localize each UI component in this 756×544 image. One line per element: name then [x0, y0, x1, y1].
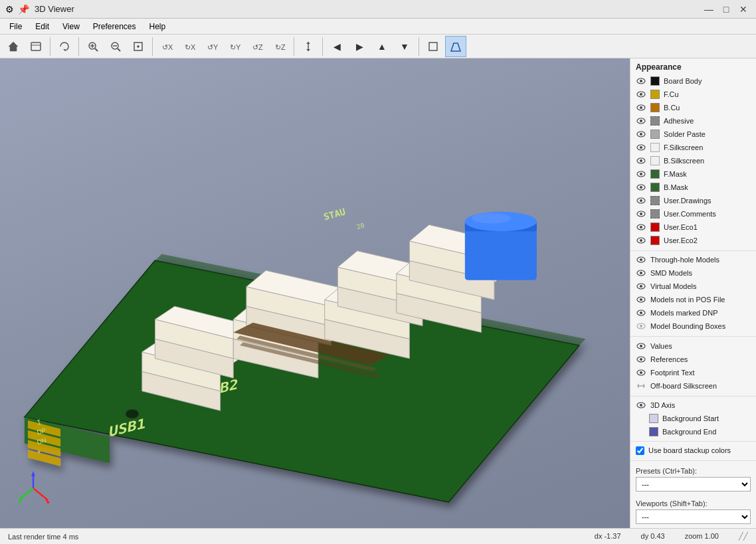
eye-bmask-icon[interactable]	[636, 182, 646, 193]
ortho-button[interactable]	[423, 36, 444, 57]
color-background-end[interactable]	[649, 427, 658, 436]
layer-model-bounding-boxes[interactable]: Model Bounding Boxes	[630, 319, 756, 333]
color-solder-paste[interactable]	[650, 130, 660, 139]
eye-user-drawings-icon[interactable]	[636, 195, 646, 206]
color-user-eco2[interactable]	[650, 236, 660, 245]
layer-virtual-models[interactable]: Virtual Models	[630, 280, 756, 293]
layer-fsilkscreen[interactable]: F.Silkscreen	[630, 141, 756, 154]
layer-values[interactable]: Values	[630, 339, 756, 353]
eye-values-icon[interactable]	[636, 341, 646, 351]
layer-models-dnp[interactable]: Models marked DNP	[630, 306, 756, 319]
zoom-out-button[interactable]	[105, 36, 126, 57]
color-user-eco1[interactable]	[650, 223, 660, 232]
pan-left-button[interactable]: ◀	[326, 36, 347, 57]
eye-model-bounding-boxes-icon[interactable]	[636, 321, 646, 331]
eye-3d-axis-icon[interactable]	[636, 400, 646, 410]
eye-models-not-in-pos-icon[interactable]	[636, 294, 646, 305]
layer-user-drawings[interactable]: User.Drawings	[630, 194, 756, 207]
rotate-x-cw-button[interactable]: ↺X	[156, 36, 177, 57]
eye-offboard-silkscreen-icon[interactable]	[636, 381, 646, 391]
layer-3d-axis[interactable]: 3D Axis	[630, 399, 756, 412]
layer-through-hole-models[interactable]: Through-hole Models	[630, 253, 756, 266]
zoom-in-button[interactable]	[82, 36, 104, 57]
presets-select[interactable]: ---	[636, 477, 751, 492]
viewports-select[interactable]: ---	[636, 509, 751, 524]
color-user-drawings[interactable]	[650, 196, 660, 205]
eye-bsilkscreen-icon[interactable]	[636, 155, 646, 166]
layer-solder-paste[interactable]: Solder Paste	[630, 128, 756, 141]
pan-up-button[interactable]: ▲	[371, 36, 393, 57]
layer-smd-models[interactable]: SMD Models	[630, 266, 756, 280]
eye-adhesive-icon[interactable]	[636, 116, 646, 126]
eye-bcu-icon[interactable]	[636, 102, 646, 113]
eye-user-eco2-icon[interactable]	[636, 235, 646, 246]
open-button[interactable]	[25, 36, 47, 57]
eye-through-hole-models-icon[interactable]	[636, 254, 646, 265]
rotate-z-ccw-button[interactable]: ↻Z	[269, 36, 290, 57]
layer-bmask[interactable]: B.Mask	[630, 181, 756, 194]
layer-models-not-in-pos[interactable]: Models not in POS File	[630, 293, 756, 306]
eye-models-dnp-icon[interactable]	[636, 308, 646, 318]
use-board-stackup-item[interactable]: Use board stackup colors	[630, 444, 756, 458]
color-bmask[interactable]	[650, 183, 660, 192]
menu-edit[interactable]: Edit	[29, 21, 56, 33]
layer-fmask[interactable]: F.Mask	[630, 167, 756, 181]
layer-background-start[interactable]: Background Start	[630, 412, 756, 425]
stackup-checkbox[interactable]	[636, 446, 644, 455]
layer-bsilkscreen[interactable]: B.Silkscreen	[630, 154, 756, 167]
minimize-button[interactable]: —	[702, 2, 716, 17]
color-fcu[interactable]	[650, 90, 660, 99]
color-bcu[interactable]	[650, 103, 660, 112]
color-fmask[interactable]	[650, 169, 660, 179]
eye-fsilkscreen-icon[interactable]	[636, 142, 646, 153]
layer-user-eco1[interactable]: User.Eco1	[630, 221, 756, 234]
layer-bcu[interactable]: B.Cu	[630, 101, 756, 114]
layer-footprint-text[interactable]: Footprint Text	[630, 366, 756, 379]
eye-virtual-models-icon[interactable]	[636, 281, 646, 292]
rotate-x-ccw-button[interactable]: ↻X	[179, 36, 200, 57]
eye-board-body-icon[interactable]	[636, 76, 646, 86]
menu-view[interactable]: View	[56, 21, 86, 33]
flip-board-button[interactable]	[298, 36, 319, 57]
pan-down-button[interactable]: ▼	[394, 36, 415, 57]
home-button[interactable]	[3, 36, 24, 57]
rotate-y-ccw-button[interactable]: ↻Y	[224, 36, 245, 57]
color-fsilkscreen[interactable]	[650, 143, 660, 152]
color-adhesive[interactable]	[650, 116, 660, 126]
eye-user-comments-icon[interactable]	[636, 209, 646, 219]
eye-smd-models-icon[interactable]	[636, 268, 646, 278]
color-bsilkscreen[interactable]	[650, 156, 660, 165]
menu-file[interactable]: File	[3, 21, 29, 33]
layer-board-body[interactable]: Board Body	[630, 74, 756, 88]
close-button[interactable]: ✕	[736, 2, 751, 17]
eye-user-eco1-icon[interactable]	[636, 222, 646, 232]
layer-adhesive[interactable]: Adhesive	[630, 114, 756, 128]
layer-user-comments[interactable]: User.Comments	[630, 207, 756, 221]
layer-fcu[interactable]: F.Cu	[630, 88, 756, 101]
layer-background-end[interactable]: Background End	[630, 425, 756, 438]
layer-references[interactable]: References	[630, 353, 756, 366]
layer-user-eco2[interactable]: User.Eco2	[630, 234, 756, 247]
eye-fcu-icon[interactable]	[636, 89, 646, 100]
eye-fmask-icon[interactable]	[636, 169, 646, 179]
menu-help[interactable]: Help	[143, 21, 173, 33]
menu-preferences[interactable]: Preferences	[86, 21, 143, 33]
rotate-y-cw-button[interactable]: ↺Y	[201, 36, 223, 57]
color-background-start[interactable]	[649, 414, 658, 423]
layer-offboard-silkscreen[interactable]: Off-board Silkscreen	[630, 379, 756, 393]
perspective-button[interactable]	[445, 36, 466, 57]
svg-point-100	[640, 213, 642, 215]
color-board-body[interactable]	[650, 76, 660, 86]
maximize-button[interactable]: □	[719, 2, 733, 17]
rotate3d-button[interactable]	[54, 36, 75, 57]
rotate-z-cw-button[interactable]: ↺Z	[246, 36, 268, 57]
eye-footprint-text-icon[interactable]	[636, 367, 646, 378]
eye-solder-paste-icon[interactable]	[636, 129, 646, 139]
zoom-fit-button[interactable]	[128, 36, 149, 57]
color-user-comments[interactable]	[650, 209, 660, 219]
pan-right-button[interactable]: ▶	[349, 36, 370, 57]
capacitor	[465, 212, 537, 280]
viewport-3d[interactable]: I DP DN + USB1 USB2 USB3 USB4	[0, 58, 630, 528]
viewport-canvas[interactable]: I DP DN + USB1 USB2 USB3 USB4	[0, 58, 630, 528]
eye-references-icon[interactable]	[636, 354, 646, 365]
